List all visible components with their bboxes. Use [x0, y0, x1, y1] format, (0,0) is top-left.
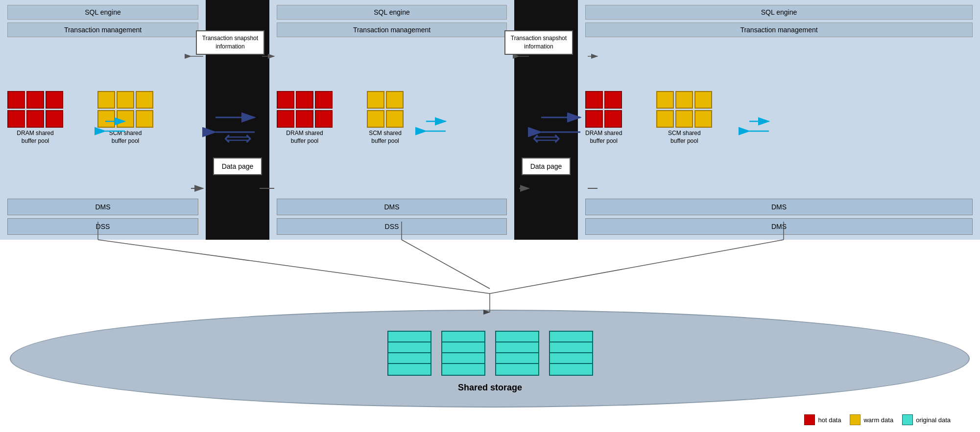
storage-row: [496, 342, 538, 353]
legend-original-color: [902, 414, 913, 425]
storage-row: [550, 364, 592, 375]
data-page-2: Data page: [522, 158, 571, 175]
divider-1: Transaction snapshotinformation ⟺ Data p…: [206, 0, 269, 240]
dram-pool-3: DRAM sharedbuffer pool: [585, 91, 622, 145]
dram-label-1: DRAM sharedbuffer pool: [17, 130, 53, 145]
cell-red: [315, 110, 333, 128]
storage-row: [388, 353, 430, 364]
buffer-pools-1: DRAM sharedbuffer pool: [7, 40, 198, 196]
tx-snapshot-2: Transaction snapshotinformation: [504, 30, 573, 55]
legend-original: original data: [902, 414, 951, 425]
node-panel-2: SQL engine Transaction management: [269, 0, 514, 240]
cell-red: [277, 110, 294, 128]
scm-grid-3: [656, 91, 712, 128]
scm-label-1: SCM sharedbuffer pool: [109, 130, 142, 145]
storage-row: [388, 332, 430, 342]
double-arrow-2: ⟺: [532, 128, 560, 148]
scm-pool-3: SCM sharedbuffer pool: [656, 91, 712, 145]
dram-grid-2: [277, 91, 333, 128]
storage-row: [550, 342, 592, 353]
cell-red: [277, 91, 294, 109]
cell-yellow: [97, 110, 115, 128]
svg-line-22: [98, 240, 490, 294]
storage-table-3: [495, 331, 539, 376]
sql-engine-1: SQL engine: [7, 5, 198, 20]
cell-red: [7, 110, 25, 128]
dms-2: DMS: [277, 199, 507, 215]
legend-warm-color: [850, 414, 860, 425]
dss-1: DSS: [7, 218, 198, 235]
storage-content: Shared storage: [0, 331, 980, 393]
cell-red: [7, 91, 25, 109]
legend-hot: hot data: [804, 414, 841, 425]
cell-red: [296, 110, 313, 128]
storage-table-1: [387, 331, 431, 376]
cell-red: [46, 110, 63, 128]
legend-hot-color: [804, 414, 815, 425]
dram-grid-1: [7, 91, 63, 128]
node-panel-3: SQL engine Transaction management: [578, 0, 980, 240]
storage-row: [442, 353, 484, 364]
divider-2: Transaction snapshotinformation ⟺ Data p…: [514, 0, 578, 240]
cell-yellow: [694, 110, 712, 128]
scm-pool-1: SCM sharedbuffer pool: [97, 91, 153, 145]
storage-row: [442, 332, 484, 342]
storage-row: [442, 342, 484, 353]
dss-3: DMS: [585, 218, 973, 235]
dram-label-2: DRAM sharedbuffer pool: [286, 130, 323, 145]
cell-yellow: [367, 110, 384, 128]
legend: hot data warm data original data: [804, 414, 951, 425]
cell-yellow: [675, 110, 693, 128]
data-page-1: Data page: [213, 158, 263, 175]
dram-pool-2: DRAM sharedbuffer pool: [277, 91, 333, 145]
dram-grid-3: [585, 91, 622, 128]
cell-red: [604, 91, 622, 109]
cell-red: [296, 91, 313, 109]
cell-red: [315, 91, 333, 109]
storage-row: [496, 364, 538, 375]
dms-3: DMS: [585, 199, 973, 215]
node-panel-1: SQL engine Transaction management: [0, 0, 206, 240]
cell-yellow: [117, 91, 134, 109]
scm-pool-2: SCM sharedbuffer pool: [367, 91, 404, 145]
cell-yellow: [656, 110, 674, 128]
legend-original-label: original data: [916, 416, 951, 424]
buffer-pools-2: DRAM sharedbuffer pool SCM sharedbuffer: [277, 40, 507, 196]
cell-red: [604, 110, 622, 128]
scm-grid-2: [367, 91, 404, 128]
svg-line-25: [402, 240, 490, 289]
cell-yellow: [694, 91, 712, 109]
cell-red: [26, 110, 44, 128]
storage-row: [496, 353, 538, 364]
storage-row: [442, 364, 484, 375]
cell-yellow: [97, 91, 115, 109]
svg-line-27: [490, 240, 784, 294]
legend-hot-label: hot data: [818, 416, 841, 424]
cell-yellow: [117, 110, 134, 128]
sql-engine-2: SQL engine: [277, 5, 507, 20]
cell-red: [46, 91, 63, 109]
cell-yellow: [386, 110, 404, 128]
cell-yellow: [656, 91, 674, 109]
sql-engine-3: SQL engine: [585, 5, 973, 20]
legend-warm: warm data: [850, 414, 893, 425]
storage-table-4: [549, 331, 593, 376]
tx-mgmt-2: Transaction management: [277, 23, 507, 37]
scm-label-3: SCM sharedbuffer pool: [668, 130, 701, 145]
dram-pool-1: DRAM sharedbuffer pool: [7, 91, 63, 145]
storage-row: [496, 332, 538, 342]
tx-mgmt-1: Transaction management: [7, 23, 198, 37]
cell-yellow: [386, 91, 404, 109]
tx-mgmt-3: Transaction management: [585, 23, 973, 37]
tx-snapshot-1: Transaction snapshotinformation: [196, 30, 264, 55]
storage-row: [388, 364, 430, 375]
main-container: SQL engine Transaction management: [0, 0, 980, 432]
cell-red: [585, 91, 603, 109]
legend-warm-label: warm data: [863, 416, 893, 424]
scm-grid-1: [97, 91, 153, 128]
cell-red: [26, 91, 44, 109]
double-arrow-1: ⟺: [224, 128, 252, 148]
dss-2: DSS: [277, 218, 507, 235]
dram-label-3: DRAM sharedbuffer pool: [585, 130, 622, 145]
storage-row: [550, 353, 592, 364]
